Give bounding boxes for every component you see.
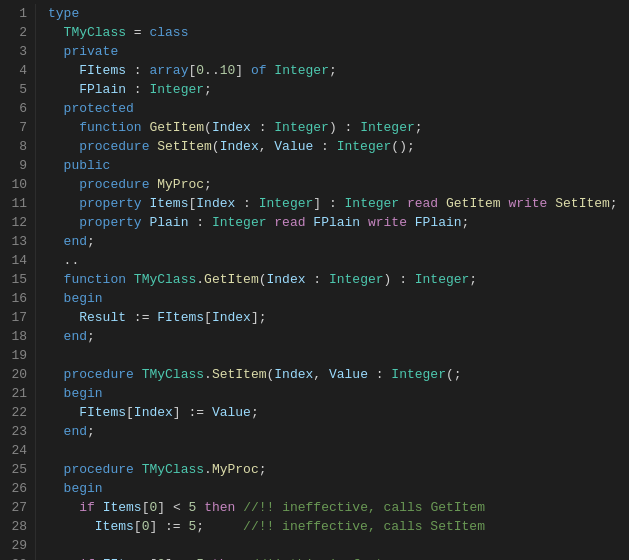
token [48, 367, 64, 382]
line-number-column: 1234567891011121314151617181920212223242… [0, 4, 36, 560]
line-number: 7 [4, 118, 27, 137]
token [48, 291, 64, 306]
token: Integer [415, 272, 470, 287]
token: : [235, 196, 258, 211]
line-number: 15 [4, 270, 27, 289]
token: ; [87, 234, 95, 249]
code-line: public [48, 156, 629, 175]
token: ; [469, 272, 477, 287]
code-line: FItems[Index] := Value; [48, 403, 629, 422]
token [360, 215, 368, 230]
token: FPlain [313, 215, 360, 230]
line-number: 21 [4, 384, 27, 403]
token: ; [415, 120, 423, 135]
code-line [48, 536, 629, 555]
code-line: function TMyClass.GetItem(Index : Intege… [48, 270, 629, 289]
token [48, 272, 64, 287]
line-number: 29 [4, 536, 27, 555]
line-number: 23 [4, 422, 27, 441]
line-number: 5 [4, 80, 27, 99]
token: ( [204, 120, 212, 135]
line-number: 27 [4, 498, 27, 517]
token: FItems [79, 405, 126, 420]
line-number: 6 [4, 99, 27, 118]
line-number: 2 [4, 23, 27, 42]
token: Index [212, 310, 251, 325]
token: GetItem [446, 196, 501, 211]
token: ; [87, 424, 95, 439]
line-number: 11 [4, 194, 27, 213]
token: property [79, 215, 141, 230]
token: procedure [79, 177, 149, 192]
token [126, 272, 134, 287]
token: Index [274, 367, 313, 382]
token: [ [126, 405, 134, 420]
token: Index [267, 272, 306, 287]
token: if [79, 500, 95, 515]
token: : [188, 215, 211, 230]
code-line [48, 346, 629, 365]
token: Index [220, 139, 259, 154]
token: FItems [157, 310, 204, 325]
line-number: 17 [4, 308, 27, 327]
token: TMyClass [64, 25, 126, 40]
token: begin [64, 481, 103, 496]
code-line: TMyClass = class [48, 23, 629, 42]
code-line: end; [48, 232, 629, 251]
token: ; [204, 177, 212, 192]
token: : [251, 120, 274, 135]
line-number: 19 [4, 346, 27, 365]
code-line: private [48, 42, 629, 61]
token: Integer [337, 139, 392, 154]
code-line: if Items[0] < 5 then //!! ineffective, c… [48, 498, 629, 517]
token [134, 367, 142, 382]
code-line: Result := FItems[Index]; [48, 308, 629, 327]
token: end [64, 329, 87, 344]
line-number: 22 [4, 403, 27, 422]
token: ; [610, 196, 618, 211]
token [196, 500, 204, 515]
token [95, 500, 103, 515]
token: 10 [220, 63, 236, 78]
line-number: 26 [4, 479, 27, 498]
token [48, 386, 64, 401]
token: //!! ineffective, calls SetItem [243, 519, 485, 534]
token: protected [64, 101, 134, 116]
token: FPlain [415, 215, 462, 230]
line-number: 28 [4, 517, 27, 536]
token: ; [329, 63, 337, 78]
line-number: 10 [4, 175, 27, 194]
token: FItems [79, 63, 126, 78]
token: [ [134, 519, 142, 534]
token [48, 424, 64, 439]
token: Index [196, 196, 235, 211]
token: Items [95, 519, 134, 534]
token: Index [134, 405, 173, 420]
token: TMyClass [142, 462, 204, 477]
token: . [196, 272, 204, 287]
token [235, 500, 243, 515]
token: of [251, 63, 267, 78]
token [48, 63, 79, 78]
token [48, 519, 95, 534]
token [48, 158, 64, 173]
token: , [259, 139, 275, 154]
code-line: begin [48, 479, 629, 498]
token [48, 101, 64, 116]
token: type [48, 6, 79, 21]
line-number: 20 [4, 365, 27, 384]
token [48, 500, 79, 515]
line-number: 24 [4, 441, 27, 460]
token: private [64, 44, 119, 59]
token [48, 25, 64, 40]
line-number: 25 [4, 460, 27, 479]
token: Plain [149, 215, 188, 230]
token: array [149, 63, 188, 78]
token: Value [329, 367, 368, 382]
code-line: begin [48, 384, 629, 403]
token: : [368, 367, 391, 382]
token: function [79, 120, 141, 135]
code-line: FItems : array[0..10] of Integer; [48, 61, 629, 80]
code-line: begin [48, 289, 629, 308]
token [48, 82, 79, 97]
